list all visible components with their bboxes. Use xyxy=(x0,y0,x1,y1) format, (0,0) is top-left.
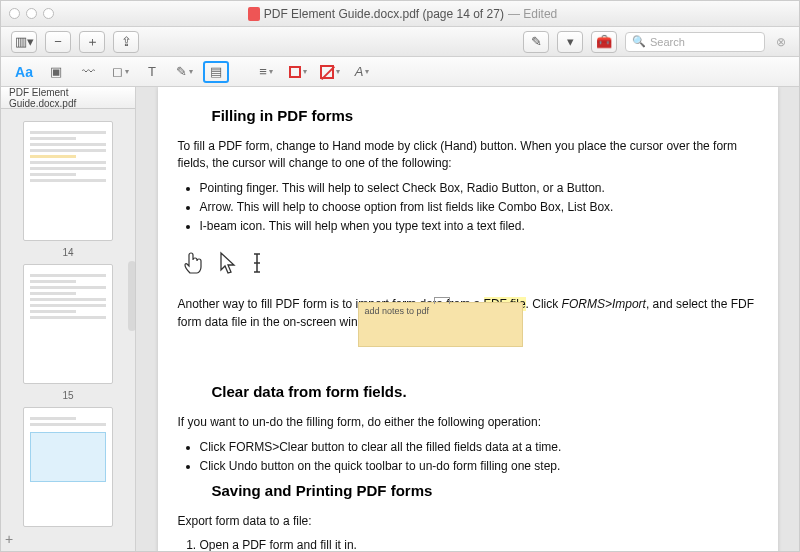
annotation-toolbar: Aa ▣ 〰 ◻▾ T ✎▾ ▤ ≡▾ ▾ ▾ A▾ xyxy=(1,57,799,87)
border-color-tool[interactable]: ▾ xyxy=(285,61,311,83)
thumbnail-page-16[interactable] xyxy=(23,407,113,527)
titlebar: PDF Element Guide.docx.pdf (page 14 of 2… xyxy=(1,1,799,27)
page-number-label: 14 xyxy=(62,247,73,258)
sticky-note-text: add notes to pdf xyxy=(365,306,430,316)
main-toolbar: ▥▾ − ＋ ⇪ ✎ ▾ 🧰 🔍 Search ⊗ xyxy=(1,27,799,57)
add-page-button[interactable]: + xyxy=(5,531,13,547)
list-item: Pointing finger. This will help to selec… xyxy=(200,179,758,198)
ibeam-cursor-icon xyxy=(250,251,264,281)
clear-search-icon[interactable]: ⊗ xyxy=(773,35,789,49)
document-viewport[interactable]: Filling in PDF forms To fill a PDF form,… xyxy=(136,87,799,551)
minimize-window-icon[interactable] xyxy=(26,8,37,19)
thumbnail-page-14[interactable] xyxy=(23,121,113,241)
search-placeholder: Search xyxy=(650,36,685,48)
markup-button[interactable]: 🧰 xyxy=(591,31,617,53)
zoom-out-button[interactable]: − xyxy=(45,31,71,53)
select-rect-tool[interactable]: ▣ xyxy=(43,61,69,83)
font-style-tool[interactable]: A▾ xyxy=(349,61,375,83)
close-window-icon[interactable] xyxy=(9,8,20,19)
fill-color-tool[interactable]: ▾ xyxy=(317,61,343,83)
heading-save-print: Saving and Printing PDF forms xyxy=(212,482,758,499)
line-weight-tool[interactable]: ≡▾ xyxy=(253,61,279,83)
thumbnail-page-15[interactable] xyxy=(23,264,113,384)
thumbnail-sidebar: PDF Element Guide.docx.pdf 14 15 + xyxy=(1,87,136,551)
pdf-page: Filling in PDF forms To fill a PDF form,… xyxy=(158,87,778,551)
list-item: Arrow. This will help to choose option f… xyxy=(200,198,758,217)
list-item: Open a PDF form and fill it in. xyxy=(200,536,758,551)
draw-tool[interactable]: 〰 xyxy=(75,61,101,83)
zoom-window-icon[interactable] xyxy=(43,8,54,19)
text-tool[interactable]: T xyxy=(139,61,165,83)
paragraph: If you want to un-do the filling form, d… xyxy=(178,414,758,431)
heading-filling: Filling in PDF forms xyxy=(212,107,758,124)
list-item: Click FORMS>Clear button to clear all th… xyxy=(200,438,758,457)
highlight-button[interactable]: ✎ xyxy=(523,31,549,53)
window-edited-status: — Edited xyxy=(508,7,557,21)
window-title: PDF Element Guide.docx.pdf (page 14 of 2… xyxy=(264,7,504,21)
view-mode-button[interactable]: ▥▾ xyxy=(11,31,37,53)
paragraph: Export form data to a file: xyxy=(178,513,758,530)
cursor-examples xyxy=(182,250,758,282)
page-number-label: 15 xyxy=(62,390,73,401)
share-button[interactable]: ⇪ xyxy=(113,31,139,53)
list-item: I-beam icon. This will help when you typ… xyxy=(200,217,758,236)
sidebar-scrollbar[interactable] xyxy=(128,261,136,331)
text-style-tool[interactable]: Aa xyxy=(11,61,37,83)
rotate-button[interactable]: ▾ xyxy=(557,31,583,53)
pdf-file-icon xyxy=(248,7,260,21)
search-input[interactable]: 🔍 Search xyxy=(625,32,765,52)
search-icon: 🔍 xyxy=(632,35,646,48)
sticky-note[interactable]: add notes to pdf xyxy=(358,302,523,347)
heading-clear: Clear data from form fields. xyxy=(212,383,758,400)
zoom-in-button[interactable]: ＋ xyxy=(79,31,105,53)
signature-tool[interactable]: ✎▾ xyxy=(171,61,197,83)
note-tool[interactable]: ▤ xyxy=(203,61,229,83)
shape-tool[interactable]: ◻▾ xyxy=(107,61,133,83)
hand-cursor-icon xyxy=(182,250,204,282)
sidebar-file-tab[interactable]: PDF Element Guide.docx.pdf xyxy=(1,87,135,109)
paragraph: To fill a PDF form, change to Hand mode … xyxy=(178,138,758,173)
arrow-cursor-icon xyxy=(218,251,236,281)
list-item: Click Undo button on the quick toolbar t… xyxy=(200,457,758,476)
